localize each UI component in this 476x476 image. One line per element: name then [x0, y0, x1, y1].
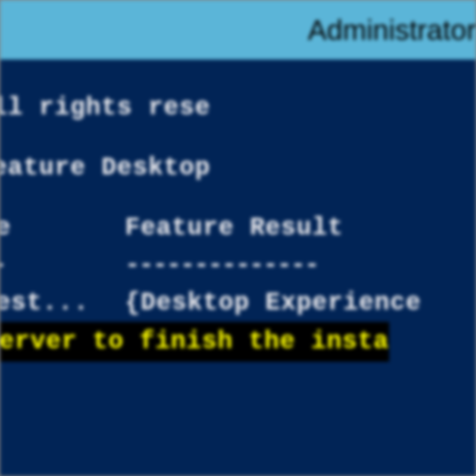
warning-message: s server to finish the insta — [0, 322, 476, 362]
table-header-row: ode Feature Result — [0, 209, 476, 247]
table-divider-row: --- -------------- — [0, 247, 476, 284]
column-divider: -------------- — [125, 247, 318, 284]
exitcode-value: sRest... — [0, 284, 119, 322]
feature-result-value: {Desktop Experience — [125, 284, 421, 322]
column-header-feature-result: Feature Result — [125, 209, 343, 247]
window-title: Administrator — [308, 14, 476, 46]
window-titlebar[interactable]: Administrator — [0, 0, 476, 60]
command-line: stall-WindowsFeature Desktop — [0, 149, 476, 187]
column-divider: --- — [0, 247, 119, 284]
powershell-window: Administrator Corporation. All rights re… — [0, 0, 476, 476]
console-output[interactable]: Corporation. All rights rese stall-Windo… — [0, 60, 476, 476]
column-header-exitcode: ode — [0, 209, 119, 247]
copyright-text: Corporation. All rights rese — [0, 89, 476, 127]
table-row: sRest... {Desktop Experience — [0, 284, 476, 322]
